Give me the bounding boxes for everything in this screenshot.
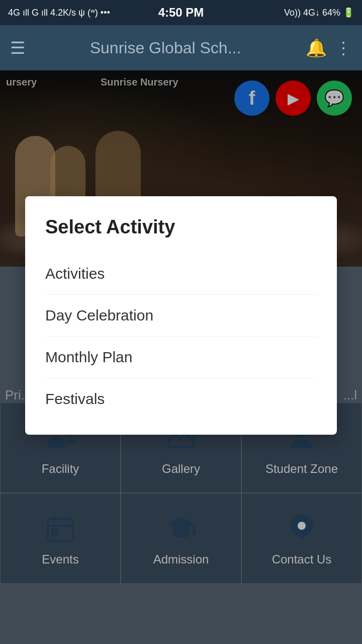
more-icon[interactable]: ⋮ <box>335 38 352 58</box>
status-time: 4:50 PM <box>158 6 204 20</box>
status-right: Vo)) 4G↓ 64% 🔋 <box>284 7 354 18</box>
app-title: Sunrise Global Sch... <box>35 39 296 57</box>
battery-text: Vo)) 4G↓ 64% 🔋 <box>284 7 354 18</box>
app-bar: ☰ Sunrise Global Sch... 🔔 ⋮ <box>0 25 362 70</box>
status-bar: 4G ıll G ıll 4.2K/s ψ (ʷ) ••• 4:50 PM Vo… <box>0 0 362 25</box>
menu-icon[interactable]: ☰ <box>10 38 25 58</box>
status-left: 4G ıll G ıll 4.2K/s ψ (ʷ) ••• <box>8 7 110 18</box>
activity-item-monthly-plan[interactable]: Monthly Plan <box>45 337 317 378</box>
select-activity-modal: Select Activity Activities Day Celebrati… <box>25 196 337 435</box>
activity-item-activities[interactable]: Activities <box>45 253 317 295</box>
signal-text: 4G ıll G ıll 4.2K/s ψ (ʷ) ••• <box>8 7 110 18</box>
modal-title: Select Activity <box>45 216 317 238</box>
activity-item-day-celebration[interactable]: Day Celebration <box>45 295 317 337</box>
bell-icon[interactable]: 🔔 <box>306 38 327 58</box>
activity-item-festivals[interactable]: Festivals <box>45 378 317 420</box>
